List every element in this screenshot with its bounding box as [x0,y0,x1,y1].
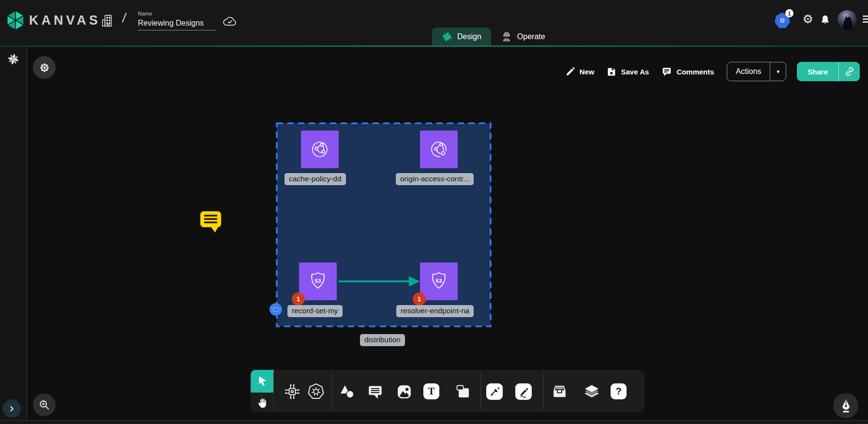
shapes-tool-button[interactable] [336,381,358,402]
pen-nib-icon [839,398,853,413]
kanvas-app: KANVAS / Name [0,0,868,424]
sketch-pencil-tool-button[interactable] [515,383,532,400]
shapes-icon [339,384,355,399]
design-name-field: Name [138,11,216,30]
components-tool-button[interactable] [282,381,303,402]
tab-design[interactable]: Design [432,28,491,45]
image-icon [396,384,412,400]
share-split-button: Share [797,62,860,81]
edge-record-set-to-resolver[interactable] [338,275,421,288]
pencil-scribble-icon [517,385,530,398]
comments-button[interactable]: Comments [661,66,714,77]
more-menu-icon[interactable] [863,15,868,24]
sidebar-swirl-icon[interactable] [7,53,19,67]
node-origin-access-control[interactable] [420,131,458,168]
node-issue-badge[interactable]: 1 [413,292,426,306]
pencil-icon [565,67,575,77]
kubernetes-count-badge: 1 [785,9,793,17]
edge-pen-tool-button[interactable] [486,383,503,400]
help-button[interactable]: ? [611,383,627,399]
layers-button[interactable] [581,381,602,402]
footer-strip [0,420,868,424]
kubernetes-tool-button[interactable] [305,381,327,402]
svg-text:53: 53 [436,278,442,284]
settings-gear-icon[interactable]: ⚙ [803,13,813,25]
design-action-bar: New Save As Comments Actions [565,61,860,82]
sidebar-expand-button[interactable] [2,399,21,418]
kubernetes-context-button[interactable]: 1 [775,13,790,28]
cursor-arrow-icon [256,375,269,388]
chevron-right-icon [8,405,15,412]
canvas-toolbar: T [251,370,644,412]
cloudfront-globe-icon [308,138,331,161]
cloudfront-globe-alt-icon [427,138,450,161]
circuit-chip-icon [283,382,301,401]
pan-tool-button[interactable] [251,393,274,412]
share-button[interactable]: Share [797,62,838,81]
node-label-resolver-endpoint[interactable]: resolver-endpoint-na [396,305,474,317]
group-selection-anchor[interactable] [269,303,282,316]
node-resolver-endpoint[interactable]: 53 1 [420,263,458,300]
node-label-cache-policy[interactable]: cache-policy-dd [284,173,346,185]
actions-button[interactable]: Actions [727,62,770,81]
route53-shield-icon: 53 [428,270,450,292]
zoom-in-icon [38,399,50,411]
save-as-button[interactable]: Save As [607,67,649,76]
node-label-record-set[interactable]: record-set-my [287,305,343,317]
select-tool-button[interactable] [251,370,274,393]
comment-tool-icon [367,384,383,400]
save-icon [607,67,616,76]
mode-tabs: Design Operate [432,28,555,45]
comments-button-label: Comments [676,68,714,76]
pen-path-icon [488,385,501,398]
tab-design-label: Design [457,32,481,41]
actions-dropdown-caret[interactable]: ▾ [770,62,786,81]
actions-split-button: Actions ▾ [727,62,786,81]
cloud-saved-icon [222,15,238,29]
frame-tool-button[interactable] [452,381,474,402]
designs-drawer-button[interactable] [549,381,570,402]
group-label-distribution[interactable]: distribution [360,334,405,346]
pen-mode-button[interactable] [833,393,858,418]
hand-icon [256,396,269,409]
canvas-config-button[interactable] [33,56,56,79]
design-name-input[interactable] [138,18,216,30]
comment-tool-button[interactable] [364,381,386,402]
notifications-bell-icon[interactable] [820,14,831,28]
kanvas-hexagon-icon [6,10,25,30]
flower-gear-icon [39,62,50,73]
route53-shield-icon: 53 [307,270,329,292]
organization-icon[interactable] [101,14,115,30]
node-record-set[interactable]: 53 1 [299,263,337,300]
header-divider [0,45,868,47]
kanvas-logo[interactable]: KANVAS [6,10,101,30]
node-cache-policy[interactable] [301,131,339,168]
help-icon: ? [615,386,621,397]
svg-text:53: 53 [315,278,321,284]
text-tool-button[interactable]: T [423,383,439,399]
canvas-comment-marker[interactable] [200,211,222,233]
design-swirl-icon [442,31,452,42]
tab-operate[interactable]: Operate [491,28,555,45]
breadcrumb-separator: / [121,11,127,26]
new-button[interactable]: New [565,67,595,77]
node-issue-badge[interactable]: 1 [292,292,305,306]
drawer-archive-icon [551,384,569,399]
user-avatar[interactable] [838,10,857,29]
link-icon [844,66,855,77]
zoom-in-button[interactable] [33,394,56,416]
operate-person-icon [501,31,512,43]
comment-bubble-icon [200,211,222,233]
node-label-origin-access-control[interactable]: origin-access-contr... [396,173,474,185]
text-tool-icon: T [428,385,434,397]
save-as-button-label: Save As [621,68,649,76]
image-tool-button[interactable] [393,381,415,402]
design-name-label: Name [138,11,216,16]
app-header: KANVAS / Name [0,0,868,45]
left-sidebar [0,47,27,420]
layers-icon [583,384,600,399]
brand-name: KANVAS [29,13,101,28]
new-button-label: New [580,68,595,76]
comments-icon [661,66,672,77]
copy-link-button[interactable] [838,62,860,81]
